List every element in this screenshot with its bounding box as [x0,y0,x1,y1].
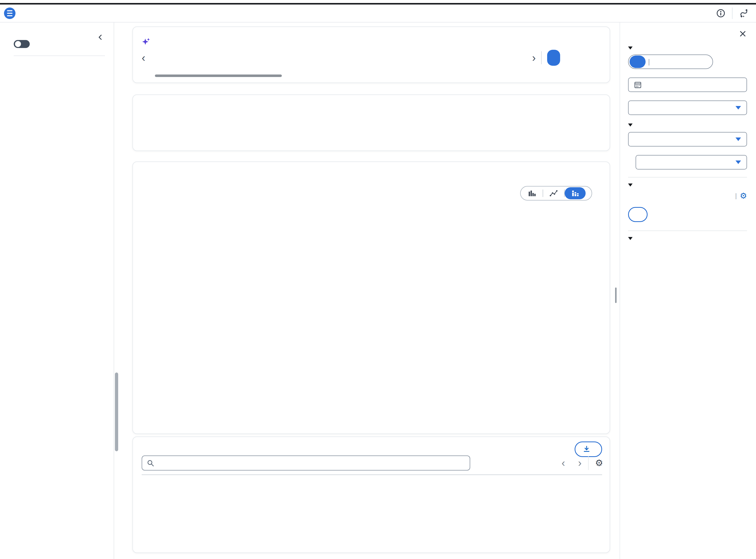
overview-stats [133,126,610,152]
pipe-divider: | [735,192,737,200]
bar-chart-icon[interactable] [522,187,543,199]
topbar-divider [732,7,733,19]
cost-breakdown-card: ‹ › ⚙ [133,437,610,553]
top-navigation-bar [0,4,756,22]
main-scrollbar[interactable] [615,288,617,303]
page-prev-icon[interactable]: ‹ [562,455,565,470]
services-menu-icon[interactable] [4,7,16,19]
chevron-down-icon [628,124,633,127]
topbar-icons [716,7,749,19]
more-filters-button[interactable] [628,207,647,222]
granularity-select[interactable] [628,100,747,115]
ai-explore-card: ‹ › [133,26,610,83]
controls-divider [588,456,589,470]
report-parameters-panel: | [620,22,756,559]
chart-type-toggle [520,186,592,201]
chevron-down-icon [735,106,741,110]
chips-scrollbar[interactable] [155,74,282,77]
workflow-icon[interactable] [739,8,749,18]
time-mode-toggle: | [628,54,713,69]
ask-question-button[interactable] [547,50,560,66]
date-range-field[interactable] [628,77,747,92]
sidebar-divider [14,55,105,56]
chevron-down-icon [735,137,741,141]
time-section-header[interactable] [628,46,747,49]
breakdown-table [142,474,602,475]
sidebar-collapse-icon[interactable] [97,33,104,41]
table-settings-gear-icon[interactable]: ⚙ [595,458,603,468]
download-csv-button[interactable] [575,442,602,457]
chevron-down-icon [628,46,633,49]
calendar-icon [634,81,642,89]
page-next-icon[interactable]: › [578,455,582,470]
segment-divider: | [648,58,650,66]
panel-divider [628,230,747,231]
line-chart-icon[interactable] [543,187,564,199]
close-icon[interactable] [738,29,747,38]
panel-divider [628,177,747,178]
filters-gear-icon[interactable]: ⚙ [740,191,747,201]
stacked-bar-chart-icon[interactable] [565,187,586,199]
sidebar [0,22,114,559]
search-icon [147,459,154,467]
info-icon[interactable] [716,8,726,18]
billing-view-toggle[interactable] [14,40,30,48]
filters-section-header[interactable] [628,183,747,186]
chips-next-icon[interactable]: › [532,50,536,66]
sidebar-scrollbar[interactable] [115,373,118,451]
chevron-down-icon [628,183,633,186]
chips-divider [541,51,542,64]
search-input[interactable] [158,459,465,467]
download-icon [583,446,590,453]
chevron-down-icon [735,160,741,164]
group-by-section-header[interactable] [628,124,747,127]
table-header-row [142,474,602,475]
tag-select[interactable] [636,155,747,170]
chips-prev-icon[interactable]: ‹ [142,50,145,66]
advanced-options-header[interactable] [628,237,747,240]
chevron-down-icon [628,237,633,240]
stacked-bar-chart [171,206,600,392]
cost-graph-card [133,161,610,434]
cost-overview-card [133,94,610,151]
search-field[interactable] [142,455,470,470]
ai-sparkle-icon [142,38,151,46]
standard-mode-button[interactable] [630,55,645,68]
dimension-select[interactable] [628,132,747,147]
